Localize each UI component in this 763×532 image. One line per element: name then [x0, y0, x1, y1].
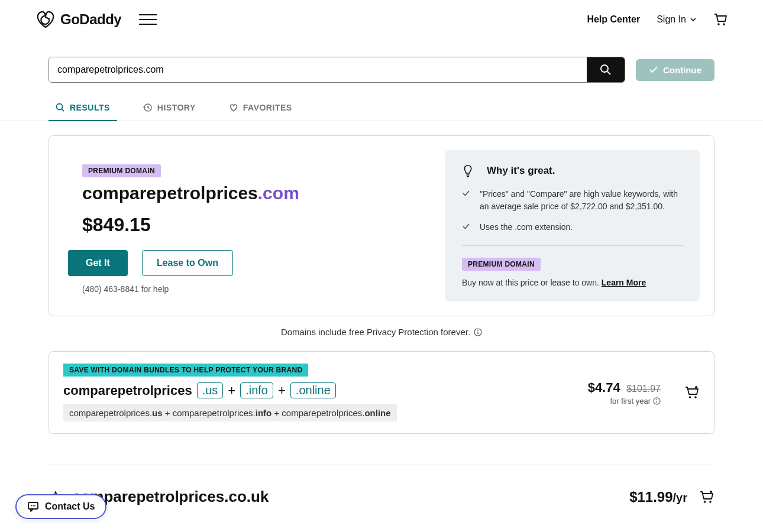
why-great-panel: Why it's great. "Prices" and "Compare" a… [445, 150, 700, 301]
info-icon[interactable] [653, 397, 661, 405]
bundle-card: SAVE WITH DOMAIN BUNDLES TO HELP PROTECT… [49, 351, 714, 434]
domain-price: $849.15 [82, 214, 415, 236]
premium-badge: PREMIUM DOMAIN [82, 164, 161, 177]
sign-in-label: Sign In [657, 14, 686, 25]
bundle-price: $4.74 $101.97 for first year [588, 380, 661, 406]
svg-point-2 [601, 65, 608, 72]
svg-point-1 [723, 23, 725, 25]
search-box [49, 57, 625, 83]
chat-icon [27, 501, 39, 512]
search-row: Continue [0, 57, 763, 83]
svg-point-11 [704, 501, 706, 503]
heart-icon [229, 103, 238, 112]
search-icon [56, 103, 65, 112]
privacy-note: Domains include free Privacy Protection … [0, 327, 763, 337]
svg-point-16 [34, 505, 35, 507]
history-icon [143, 103, 153, 112]
info-icon[interactable] [474, 328, 482, 336]
check-icon [462, 189, 470, 197]
why-reason-1: "Prices" and "Compare" are high value ke… [462, 188, 683, 213]
tab-favorites[interactable]: FAVORITES [222, 97, 299, 121]
cart-add-icon [699, 490, 714, 504]
svg-point-8 [657, 399, 658, 400]
tab-history[interactable]: HISTORY [136, 97, 203, 121]
svg-point-10 [694, 396, 697, 398]
search-button[interactable] [587, 57, 625, 82]
cart-button[interactable] [713, 13, 728, 26]
cart-add-icon [684, 385, 700, 400]
why-great-title: Why it's great. [487, 165, 555, 177]
header: GoDaddy Help Center Sign In [0, 0, 763, 39]
svg-point-9 [689, 396, 691, 398]
svg-point-14 [31, 505, 32, 507]
svg-point-15 [33, 505, 34, 507]
check-icon [649, 65, 658, 74]
svg-point-0 [717, 23, 720, 25]
godaddy-heart-icon [35, 11, 56, 28]
lease-to-own-button[interactable]: Lease to Own [142, 250, 233, 276]
tld-chip-online: .online [290, 382, 336, 398]
tld-chip-us: .us [197, 382, 224, 398]
cart-icon [713, 13, 728, 26]
tab-results[interactable]: RESULTS [49, 97, 117, 121]
get-it-button[interactable]: Get It [68, 250, 128, 276]
search-icon [600, 64, 612, 76]
bundle-domain-row: comparepetrolprices .us + .info + .onlin… [63, 382, 576, 398]
result-price: $11.99/yr [629, 489, 687, 505]
svg-point-6 [477, 330, 479, 331]
bundle-subtitle: comparepetrolprices.us + comparepetrolpr… [63, 404, 397, 421]
svg-point-3 [57, 104, 63, 110]
tabs: RESULTS HISTORY FAVORITES [0, 90, 763, 121]
why-footer: Buy now at this price or lease to own. L… [462, 278, 683, 287]
add-to-cart-button[interactable] [699, 490, 714, 504]
godaddy-logo[interactable]: GoDaddy [35, 11, 121, 28]
learn-more-link[interactable]: Learn More [602, 278, 646, 287]
sign-in-dropdown[interactable]: Sign In [657, 14, 697, 25]
lightbulb-icon [462, 164, 474, 177]
check-icon [462, 222, 470, 231]
premium-domain-card: PREMIUM DOMAIN comparepetrolprices.com $… [49, 135, 714, 316]
phone-help-text: (480) 463-8841 for help [82, 284, 415, 294]
contact-us-button[interactable]: Contact Us [15, 494, 106, 519]
domain-name: comparepetrolprices.com [82, 183, 415, 203]
tld-chip-info: .info [240, 382, 273, 398]
divider [462, 245, 683, 246]
premium-badge: PREMIUM DOMAIN [462, 258, 541, 271]
why-reason-2: Uses the .com extension. [462, 221, 683, 233]
bundle-badge: SAVE WITH DOMAIN BUNDLES TO HELP PROTECT… [63, 364, 308, 377]
godaddy-wordmark: GoDaddy [60, 11, 121, 28]
menu-button[interactable] [139, 11, 157, 28]
add-to-cart-button[interactable] [684, 385, 700, 400]
chevron-down-icon [690, 16, 697, 23]
help-center-link[interactable]: Help Center [587, 14, 640, 25]
divider [49, 465, 714, 465]
continue-button[interactable]: Continue [636, 59, 714, 81]
svg-point-12 [709, 501, 712, 503]
domain-result-row: comparepetrolprices.co.uk $11.99/yr [49, 477, 714, 523]
domain-search-input[interactable] [49, 57, 587, 82]
